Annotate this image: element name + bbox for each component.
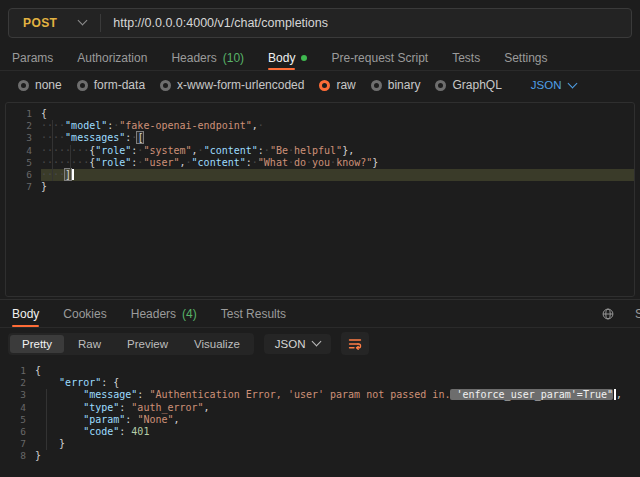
bodytype-binary[interactable]: binary: [371, 78, 421, 92]
tab-headers[interactable]: Headers(10): [171, 45, 244, 70]
token: }: [59, 438, 65, 449]
token: {: [35, 365, 41, 376]
url-input[interactable]: http://0.0.0.0:4000/v1/chat/completions: [101, 16, 340, 30]
request-code: 1{2····"model":·"fake-openai-endpoint",·…: [6, 108, 634, 193]
radio-label: raw: [336, 78, 355, 92]
indent-guide: [46, 389, 47, 450]
line-number: 1: [6, 108, 41, 120]
token: :: [137, 389, 149, 400]
token: "code": [83, 426, 119, 437]
token: "user": [143, 157, 179, 168]
line-number: 2: [0, 377, 35, 389]
token: }: [372, 157, 378, 168]
response-tab-body[interactable]: Body: [12, 300, 39, 327]
code-line[interactable]: 8}: [0, 450, 640, 462]
code-line[interactable]: 4 "type": "auth_error",: [0, 402, 640, 414]
code-line[interactable]: 7 }: [0, 438, 640, 450]
request-format-dropdown[interactable]: JSON: [531, 79, 576, 91]
tab-count: (4): [182, 307, 197, 321]
bodytype-form-data[interactable]: form-data: [77, 78, 145, 92]
token: "role": [95, 157, 131, 168]
code-line[interactable]: 1{: [6, 108, 634, 120]
code-line[interactable]: 5 "param": "None",: [0, 414, 640, 426]
response-format-dropdown[interactable]: JSON: [264, 334, 332, 354]
token: "error": [59, 377, 101, 388]
token: ····: [41, 132, 65, 143]
token: "Be: [270, 145, 288, 156]
bodytype-raw[interactable]: raw: [319, 78, 355, 92]
globe-icon[interactable]: [601, 307, 615, 321]
radio-label: binary: [388, 78, 421, 92]
token: 401: [131, 426, 149, 437]
code-line[interactable]: 6 "code": 401: [0, 426, 640, 438]
radio-icon: [319, 80, 330, 91]
code-line-content: "param": "None",: [35, 414, 640, 426]
tab-authorization[interactable]: Authorization: [77, 45, 147, 70]
text-cursor-icon: [72, 169, 74, 180]
line-number: 7: [0, 438, 35, 450]
token: [: [137, 132, 143, 143]
token: }: [35, 450, 41, 461]
url-bar: POST http://0.0.0.0:4000/v1/chat/complet…: [8, 8, 632, 38]
wrap-text-button[interactable]: [341, 332, 369, 355]
bodytype-graphql[interactable]: GraphQL: [435, 78, 501, 92]
chevron-down-icon: [78, 16, 88, 26]
response-format-label: JSON: [275, 338, 306, 350]
code-line[interactable]: 2····"model":·"fake-openai-endpoint",·: [6, 120, 634, 132]
view-visualize[interactable]: Visualize: [182, 335, 252, 353]
view-pretty[interactable]: Pretty: [10, 335, 64, 353]
code-line-content: "message": "Authentication Error, 'user'…: [35, 389, 640, 401]
token: "messages": [65, 132, 125, 143]
token: "type": [83, 402, 119, 413]
response-tab-headers[interactable]: Headers(4): [131, 300, 197, 327]
tab-params[interactable]: Params: [12, 45, 53, 70]
code-line-content: "type": "auth_error",: [35, 402, 640, 414]
method-dropdown[interactable]: POST: [9, 9, 100, 37]
token: : {: [101, 377, 119, 388]
code-line[interactable]: 4········{"role":·"system",·"content":·"…: [6, 145, 634, 157]
line-number: 4: [0, 402, 35, 414]
token: ,: [616, 389, 622, 400]
view-raw[interactable]: Raw: [66, 335, 113, 353]
body-type-row: noneform-datax-www-form-urlencodedrawbin…: [0, 71, 640, 99]
token: }: [41, 181, 47, 192]
code-line[interactable]: 2 "error": {: [0, 377, 640, 389]
request-body-editor[interactable]: 1{2····"model":·"fake-openai-endpoint",·…: [5, 102, 635, 297]
tab-pre-request-script[interactable]: Pre-request Script: [331, 45, 428, 70]
token: :: [125, 414, 137, 425]
view-preview[interactable]: Preview: [115, 335, 180, 353]
code-line[interactable]: 3····"messages":·[: [6, 132, 634, 144]
response-status-clipped: S: [635, 307, 640, 321]
response-tab-test-results[interactable]: Test Results: [221, 300, 286, 327]
code-line[interactable]: 7}: [6, 181, 634, 193]
tab-body[interactable]: Body: [268, 45, 307, 70]
line-number: 5: [6, 157, 41, 169]
code-line-content: ········{"role":·"user",·"content":·"Wha…: [41, 157, 634, 169]
token: "message": [83, 389, 137, 400]
token: [35, 402, 83, 413]
line-number: 3: [0, 389, 35, 401]
body-type-options: noneform-datax-www-form-urlencodedrawbin…: [18, 78, 502, 92]
bodytype-x-www-form-urlencoded[interactable]: x-www-form-urlencoded: [160, 78, 304, 92]
code-line[interactable]: 3 "message": "Authentication Error, 'use…: [0, 389, 640, 401]
token: [35, 414, 83, 425]
line-number: 4: [6, 145, 41, 157]
tab-tests[interactable]: Tests: [452, 45, 480, 70]
token: you: [312, 157, 330, 168]
code-line-content: ····"messages":·[: [41, 132, 634, 144]
code-line[interactable]: 6····]: [6, 169, 634, 181]
code-line[interactable]: 1{: [0, 365, 640, 377]
radio-icon: [371, 80, 382, 91]
indent-guide: [70, 145, 71, 169]
tab-label: Body: [12, 300, 39, 327]
tab-label: Headers: [131, 300, 176, 327]
line-number: 6: [6, 169, 41, 181]
tab-settings[interactable]: Settings: [504, 45, 547, 70]
response-tab-cookies[interactable]: Cookies: [63, 300, 106, 327]
request-tabs: ParamsAuthorizationHeaders(10)BodyPre-re…: [0, 45, 640, 71]
tab-label: Settings: [504, 45, 547, 70]
token: ]: [65, 169, 71, 180]
response-body-editor[interactable]: 1{2 "error": {3 "message": "Authenticati…: [0, 359, 640, 477]
bodytype-none[interactable]: none: [18, 78, 62, 92]
code-line[interactable]: 5········{"role":·"user",·"content":·"Wh…: [6, 157, 634, 169]
